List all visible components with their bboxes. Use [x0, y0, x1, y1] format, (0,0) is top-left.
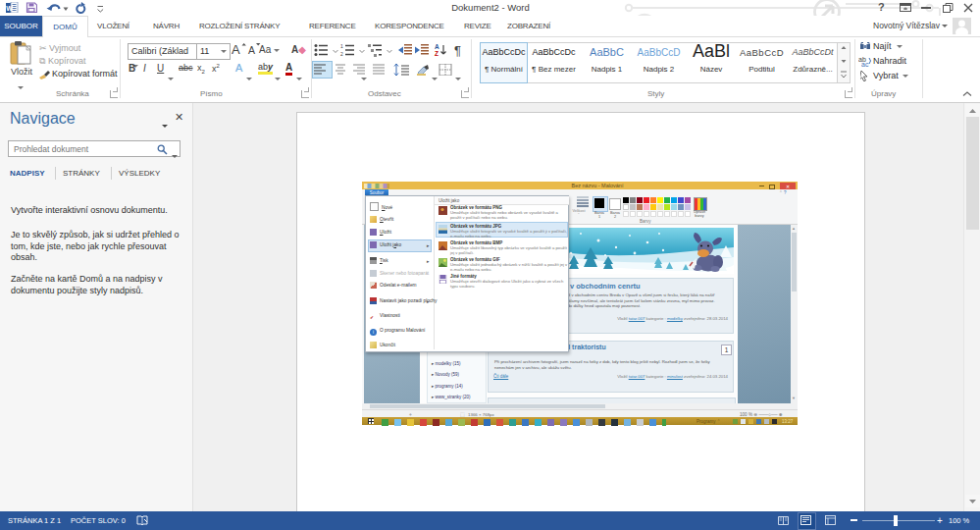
svg-text:Z: Z [435, 50, 438, 57]
svg-text:¶: ¶ [454, 43, 461, 57]
svg-text:A: A [248, 44, 255, 56]
svg-text:W: W [6, 5, 13, 12]
svg-text:A: A [232, 42, 240, 57]
svg-text:ac: ac [861, 61, 869, 67]
svg-text:2: 2 [340, 51, 343, 57]
svg-text:A: A [435, 43, 439, 50]
svg-text:1: 1 [340, 43, 343, 49]
